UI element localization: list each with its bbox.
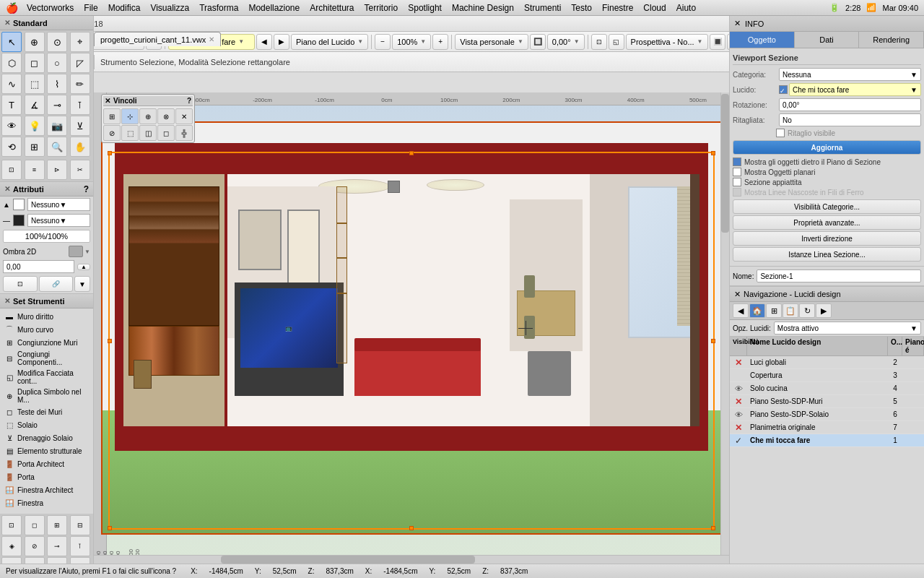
tab-close-icon[interactable]: ✕ — [209, 35, 214, 43]
vincoli-btn3[interactable]: ⊕ — [139, 108, 157, 124]
nav-close-icon[interactable]: ✕ — [734, 290, 741, 299]
bottom-tool2[interactable]: ◻ — [25, 515, 45, 535]
tab-oggetto[interactable]: Oggetto — [730, 32, 795, 48]
menu-territorio[interactable]: Territorio — [365, 3, 398, 13]
vincoli-btn1[interactable]: ⊞ — [103, 108, 121, 124]
strumenti-item-3[interactable]: ⊟ Congiungi Componenti... — [1, 349, 92, 368]
view-icon-btn[interactable]: 🔲 — [530, 34, 546, 50]
tool-rotate[interactable]: ⊙ — [47, 32, 67, 52]
bottom-tool3[interactable]: ⊞ — [47, 515, 67, 535]
istanze-linea-sezione-btn[interactable]: Istanze Linea Sezione... — [733, 247, 921, 262]
cb-mostra-planari[interactable] — [733, 168, 741, 176]
strumenti-item-1[interactable]: ⌒ Muro curvo — [1, 323, 92, 336]
strumenti-item-0[interactable]: ▬ Muro diritto — [1, 310, 92, 323]
main-canvas[interactable]: -400cm -300cm -200cm -100cm 0cm 100cm 20… — [94, 92, 729, 564]
vincoli-btn6[interactable]: ⊘ — [103, 125, 121, 141]
perspective-dropdown[interactable]: Prospettiva - No... ▼ — [626, 34, 708, 50]
attributi-collapse-icon[interactable]: ✕ — [4, 185, 10, 193]
nav-resources-btn[interactable]: ▶ — [816, 303, 832, 318]
nav-row-4[interactable]: 👁 Piano Sesto-SDP-Solaio 6 — [730, 408, 924, 421]
attr-btn3[interactable]: ▼ — [74, 276, 90, 292]
menu-aiuto[interactable]: Aiuto — [676, 3, 696, 13]
vincoli-btn4[interactable]: ⊗ — [157, 108, 175, 124]
zoom-in-btn[interactable]: + — [432, 34, 448, 50]
tool-rect[interactable]: ◻ — [25, 53, 45, 73]
zoom-dropdown[interactable]: 100% ▼ — [392, 34, 431, 50]
tool-polyline[interactable]: ⬚ — [25, 74, 45, 94]
cb-mostra-oggetti[interactable] — [733, 158, 741, 166]
menu-vectorworks[interactable]: Vectorworks — [27, 3, 74, 13]
nav-row-2[interactable]: 👁 Solo cucina 4 — [730, 382, 924, 395]
file-tab[interactable]: progetto_curioni_cant_11.vwx ✕ — [94, 32, 221, 46]
aggiorna-btn[interactable]: Aggiorna — [733, 140, 921, 155]
3d-btn1[interactable]: ⊡ — [591, 34, 607, 50]
tool-extra2[interactable]: ≡ — [25, 160, 45, 180]
vincoli-btn7[interactable]: ⬚ — [121, 125, 139, 141]
menu-machine-design[interactable]: Machine Design — [452, 3, 514, 13]
bottom-tool8[interactable]: ⊺ — [70, 536, 90, 556]
handle-ml[interactable] — [108, 339, 112, 343]
vincoli-btn9[interactable]: ◻ — [157, 125, 175, 141]
standard-header[interactable]: ✕ Standard — [0, 16, 93, 30]
tool-extra4[interactable]: ✂ — [70, 160, 90, 180]
stroke-dropdown[interactable]: Nessuno ▼ — [27, 214, 90, 227]
strumenti-item-13[interactable]: 🪟 Finestra — [1, 496, 92, 509]
vincoli-btn2[interactable]: ⊹ — [121, 108, 139, 124]
nav-layers-btn[interactable]: 🏠 — [749, 303, 765, 318]
canvas-scrollbar-v[interactable] — [720, 92, 729, 555]
menu-architettura[interactable]: Architettura — [310, 3, 354, 13]
inverti-direzione-btn[interactable]: Inverti direzione — [733, 231, 921, 246]
tool-extra3[interactable]: ⊳ — [47, 160, 67, 180]
tool-pan[interactable]: ✋ — [70, 137, 90, 157]
attributi-header[interactable]: ✕ Attributi ? — [0, 182, 93, 197]
layer-icon-btn[interactable]: ◀ — [256, 34, 272, 50]
layer-icon-btn2[interactable]: ▶ — [274, 34, 289, 50]
attr-btn2[interactable]: 🔗 — [39, 276, 74, 292]
categoria-dropdown[interactable]: Nessuna ▼ — [779, 68, 921, 81]
tool-scale[interactable]: ⌖ — [70, 32, 90, 52]
set-strumenti-header[interactable]: ✕ Set Strumenti — [0, 294, 93, 309]
menu-strumenti[interactable]: Strumenti — [524, 3, 561, 13]
strumenti-item-6[interactable]: ◻ Teste dei Muri — [1, 405, 92, 418]
vincoli-btn8[interactable]: ◫ — [139, 125, 157, 141]
rotation-dropdown[interactable]: 0,00° ▼ — [547, 34, 585, 50]
tool-eye[interactable]: 👁 — [1, 116, 22, 136]
nav-sheets-btn[interactable]: 📋 — [783, 303, 798, 318]
proprieta-avanzate-btn[interactable]: Proprietà avanzate... — [733, 215, 921, 230]
vincoli-btn10[interactable]: ╬ — [175, 125, 193, 141]
nav-row-3[interactable]: ✕ Piano Sesto-SDP-Muri 5 — [730, 395, 924, 408]
ritaglio-visibile-cb[interactable] — [776, 129, 785, 137]
tab-rendering[interactable]: Rendering — [859, 32, 924, 48]
nav-vis-0[interactable]: ✕ — [730, 358, 747, 368]
tool-light[interactable]: 💡 — [25, 116, 45, 136]
tool-extra1[interactable]: ⊡ — [1, 160, 22, 180]
tool-zoom[interactable]: 🔍 — [47, 137, 67, 157]
zoom-out-btn[interactable]: − — [375, 34, 391, 50]
shadow-icon[interactable] — [69, 246, 83, 257]
handle-tr[interactable] — [711, 151, 715, 155]
nav-row-5[interactable]: ✕ Planimetria originale 7 — [730, 421, 924, 434]
tool-select[interactable]: ↖ — [1, 32, 22, 52]
set-strumenti-collapse-icon[interactable]: ✕ — [4, 297, 10, 305]
nav-row-6[interactable]: ✓ Che mi tocca fare 1 — [730, 434, 924, 447]
bottom-tool4[interactable]: ⊟ — [70, 515, 90, 535]
tab-dati[interactable]: Dati — [795, 32, 860, 48]
view-dropdown[interactable]: Vista personale ▼ — [455, 34, 528, 50]
tool-section[interactable]: ⊺ — [70, 95, 90, 115]
nav-objects-btn[interactable]: ⊞ — [766, 303, 782, 318]
tool-spline[interactable]: ⌇ — [47, 74, 67, 94]
handle-mr[interactable] — [711, 339, 715, 343]
menu-testo[interactable]: Testo — [571, 3, 592, 13]
nav-saved-views-btn[interactable]: ↻ — [799, 303, 815, 318]
nav-vis-3[interactable]: ✕ — [730, 397, 747, 407]
attr-btn1[interactable]: ⊡ — [3, 276, 38, 292]
opz-lucidi-dropdown[interactable]: Mostra attivo ▼ — [774, 322, 921, 335]
bottom-tool6[interactable]: ⊘ — [25, 536, 45, 556]
strumenti-item-5[interactable]: ⊕ Duplica Simbolo nel M... — [1, 387, 92, 405]
canvas-scrollbar-h[interactable] — [94, 555, 729, 564]
fill-dropdown[interactable]: Nessuno ▼ — [27, 198, 90, 211]
strumenti-item-11[interactable]: 🚪 Porta — [1, 470, 92, 483]
strumenti-item-9[interactable]: ▤ Elemento strutturale — [1, 444, 92, 457]
lucido-dropdown[interactable]: Che mi tocca fare ▼ — [789, 83, 921, 96]
vincoli-btn5[interactable]: ✕ — [175, 108, 193, 124]
